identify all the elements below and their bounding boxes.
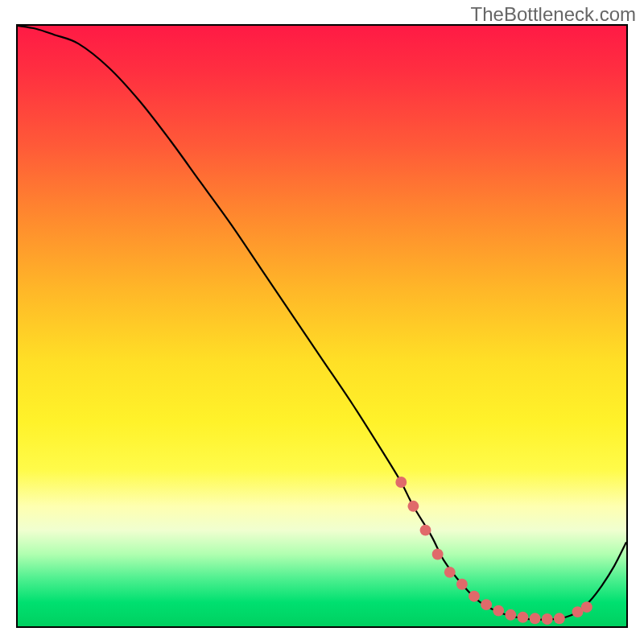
highlight-dot (505, 609, 516, 621)
highlight-dot (518, 612, 529, 623)
attribution-text: TheBottleneck.com (471, 3, 636, 26)
highlight-dot (530, 613, 541, 624)
highlight-dot (444, 567, 456, 578)
highlight-dot (581, 601, 592, 613)
highlight-dot (481, 599, 492, 610)
highlight-dot (554, 613, 565, 624)
highlight-dot (420, 525, 431, 536)
highlight-dot (469, 591, 480, 602)
highlight-dot (542, 613, 553, 625)
highlight-dot (456, 579, 468, 590)
chart-container: TheBottleneck.com (0, 0, 644, 644)
highlight-dot (395, 477, 407, 488)
highlight-dot (493, 605, 504, 617)
highlight-dot (432, 549, 444, 560)
highlight-dot (407, 501, 419, 512)
curve-svg (18, 26, 626, 626)
highlight-dots-group (395, 477, 592, 625)
bottleneck-curve-path (18, 26, 626, 620)
plot-area (16, 24, 628, 628)
